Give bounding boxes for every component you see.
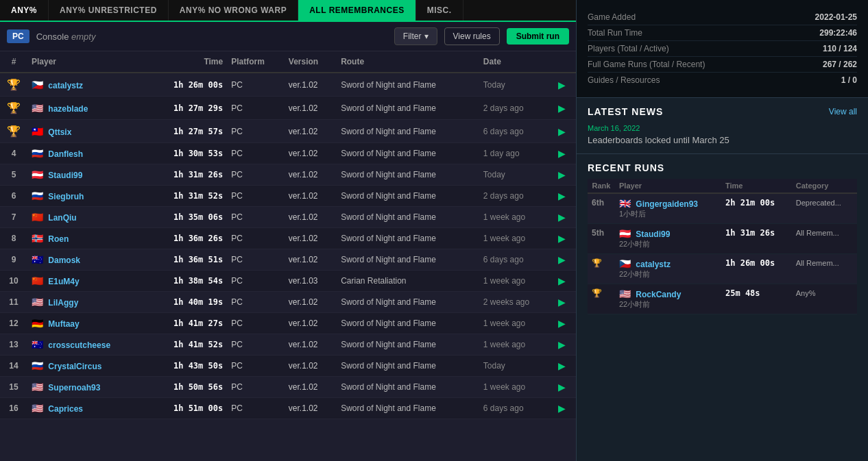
stat-row: Guides / Resources 1 / 0 [588,73,857,88]
player-link[interactable]: LanQiu [48,213,76,223]
route-cell: Sword of Night and Flame [337,228,479,249]
view-all-news-link[interactable]: View all [829,107,857,116]
version-cell: ver.1.02 [285,228,337,249]
time-cell: 1h 43m 50s [147,356,227,377]
player-cell: 🇦🇺 Damosk [27,249,147,271]
player-link[interactable]: LilAggy [48,298,78,308]
video-icon[interactable]: ▶ [558,148,566,159]
stat-row: Full Game Runs (Total / Recent) 267 / 26… [588,57,857,73]
date-cell: 1 week ago [479,334,554,356]
stat-label: Players (Total / Active) [588,44,669,53]
view-rules-button[interactable]: View rules [444,27,500,45]
video-icon[interactable]: ▶ [558,103,566,114]
video-icon[interactable]: ▶ [558,339,566,350]
player-link[interactable]: Damosk [48,256,80,265]
table-row: 6 🇷🇺 Siegbruh 1h 31m 52s PC ver.1.02 Swo… [0,186,576,207]
rank-cell: 14 [0,356,27,377]
rr-player-link[interactable]: Staudi99 [636,229,670,239]
tab-anyx-no-wrong-warp[interactable]: Any% No Wrong Warp [169,0,298,21]
player-cell: 🇨🇿 catalystz [27,73,147,97]
tab-misc[interactable]: Misc. [416,0,463,21]
video-icon[interactable]: ▶ [558,169,566,180]
rr-sub-time: 1小时后 [619,209,717,219]
player-link[interactable]: E1uM4y [48,277,79,286]
rr-time-value: 25m 48s [725,288,760,298]
video-cell: ▶ [554,73,576,97]
video-icon[interactable]: ▶ [558,382,566,393]
video-icon[interactable]: ▶ [558,233,566,244]
player-link[interactable]: Roen [48,234,69,244]
table-row: 10 🇨🇳 E1uM4y 1h 38m 54s PC ver.1.03 Cari… [0,271,576,292]
video-icon[interactable]: ▶ [558,403,566,414]
rr-sub-time: 22小时前 [619,239,717,249]
video-cell: ▶ [554,377,576,398]
player-link[interactable]: Caprices [48,404,83,414]
player-link[interactable]: CrystalCircus [48,362,101,371]
video-cell: ▶ [554,186,576,207]
submit-run-button[interactable]: Submit run [507,28,569,45]
video-icon[interactable]: ▶ [558,212,566,223]
player-link[interactable]: Danflesh [48,149,83,159]
route-cell: Sword of Night and Flame [337,143,479,164]
player-link[interactable]: catalystz [48,81,83,90]
video-icon[interactable]: ▶ [558,360,566,371]
table-header-row: # Player Time Platform Version Route Dat… [0,51,576,73]
route-cell: Carian Retaliation [337,271,479,292]
news-date: March 16, 2022 [588,124,857,132]
leaderboard-body: 🏆 🇨🇿 catalystz 1h 26m 00s PC ver.1.02 Sw… [0,73,576,419]
tab-all-remembrances[interactable]: All Remembrances [298,0,415,21]
version-cell: ver.1.03 [285,271,337,292]
player-flag: 🇷🇺 [32,360,43,371]
player-link[interactable]: Supernoah93 [48,383,100,393]
rr-player-link[interactable]: RockCandy [636,290,681,299]
tab-anyx[interactable]: Any% [0,0,49,21]
video-icon[interactable]: ▶ [558,79,566,90]
rr-player-link[interactable]: Gingergaiden93 [636,199,698,209]
news-headline[interactable]: Leaderboards locked until March 25 [588,135,857,145]
stat-row: Players (Total / Active) 110 / 124 [588,41,857,57]
th-platform: Platform [227,51,285,73]
recent-runs-body: 6th 🇬🇧 Gingergaiden93 1小时后 2h 21m 00s De… [588,193,857,314]
platform-cell: PC [227,97,285,120]
player-link[interactable]: Muftaay [48,319,79,329]
player-link[interactable]: Siegbruh [48,192,84,201]
platform-cell: PC [227,164,285,186]
tab-bar: Any% Any% Unrestricted Any% No Wrong War… [0,0,576,22]
version-cell: ver.1.02 [285,356,337,377]
filter-button[interactable]: Filter ▾ [394,27,437,45]
rank-cell: 16 [0,398,27,419]
video-icon[interactable]: ▶ [558,126,566,137]
rr-player-cell: 🇨🇿 catalystz 22小时前 [615,254,721,284]
video-icon[interactable]: ▶ [558,297,566,308]
video-icon[interactable]: ▶ [558,190,566,201]
platform-cell: PC [227,186,285,207]
recent-runs-table: Rank Player Time Category 6th 🇬🇧 Gingerg… [588,179,857,314]
player-link[interactable]: hazeblade [48,104,88,114]
table-row: 🏆 🇺🇸 hazeblade 1h 27m 29s PC ver.1.02 Sw… [0,97,576,120]
rr-time-value: 2h 21m 00s [725,198,775,208]
trophy-icon: 🏆 [592,288,602,298]
time-cell: 1h 41m 27s [147,313,227,334]
table-row: 4 🇷🇺 Danflesh 1h 30m 53s PC ver.1.02 Swo… [0,143,576,164]
time-cell: 1h 51m 00s [147,398,227,419]
player-link[interactable]: crosscutcheese [48,340,110,350]
video-icon[interactable]: ▶ [558,275,566,286]
player-link[interactable]: Staudi99 [48,171,82,180]
latest-news-section: Latest News View all March 16, 2022 Lead… [577,98,868,154]
stat-value: 299:22:46 [819,28,857,38]
date-cell: 6 days ago [479,398,554,419]
version-cell: ver.1.02 [285,377,337,398]
rr-player-link[interactable]: catalystz [636,260,671,269]
time-cell: 1h 50m 56s [147,377,227,398]
video-cell: ▶ [554,313,576,334]
rr-category-value: All Remem... [796,259,839,267]
video-icon[interactable]: ▶ [558,318,566,329]
video-cell: ▶ [554,271,576,292]
video-icon[interactable]: ▶ [558,254,566,265]
platform-cell: PC [227,143,285,164]
table-row: 7 🇨🇳 LanQiu 1h 35m 06s PC ver.1.02 Sword… [0,207,576,228]
date-cell: 1 week ago [479,271,554,292]
tab-anyx-unrestricted[interactable]: Any% Unrestricted [49,0,169,21]
stat-value: 267 / 262 [823,60,857,69]
player-link[interactable]: Qttsix [48,127,71,137]
